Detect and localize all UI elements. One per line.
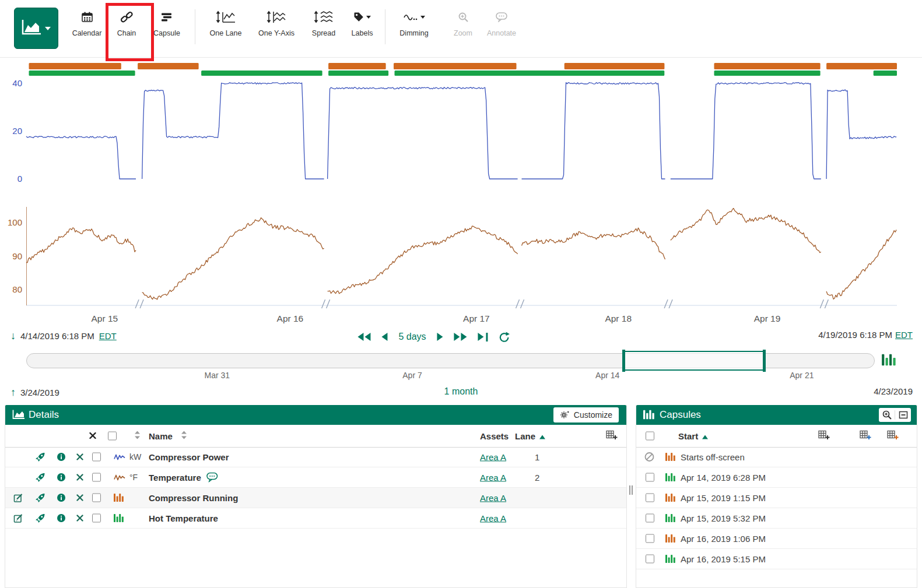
capsule-checkbox[interactable] bbox=[646, 534, 654, 543]
annotate-icon bbox=[496, 7, 508, 27]
one-lane-button[interactable]: One Lane bbox=[204, 7, 247, 50]
rocket-icon[interactable] bbox=[36, 473, 45, 483]
arrow-up-icon: ↑ bbox=[10, 386, 16, 399]
asset-link[interactable]: Area A bbox=[480, 493, 506, 503]
trend-chart[interactable]: 020408090100 bbox=[0, 58, 922, 311]
sort-updown-icon[interactable] bbox=[181, 431, 187, 441]
column-header-lane[interactable]: Lane bbox=[515, 431, 545, 441]
signal-icon bbox=[114, 473, 125, 482]
calendar-button-label: Calendar bbox=[72, 29, 102, 37]
capsule-condition-icon bbox=[665, 555, 675, 564]
row-checkbox[interactable] bbox=[92, 453, 101, 462]
rocket-icon[interactable] bbox=[36, 452, 45, 462]
capsule-row[interactable]: Apr 16, 2019 1:06 PM bbox=[636, 529, 917, 549]
remove-all-icon[interactable] bbox=[89, 431, 96, 441]
investigate-duration[interactable]: 1 month bbox=[444, 386, 478, 397]
selector-left-handle[interactable] bbox=[622, 350, 625, 372]
customize-button[interactable]: Customize bbox=[553, 407, 619, 422]
capsule-row[interactable]: Apr 15, 2019 1:15 PM bbox=[636, 488, 917, 508]
capsule-checkbox[interactable] bbox=[646, 473, 654, 482]
one-y-axis-button-label: One Y-Axis bbox=[258, 29, 295, 37]
sort-updown-icon[interactable] bbox=[135, 431, 140, 441]
details-chart-icon bbox=[12, 410, 25, 422]
investigate-range-row: ↑ 3/24/2019 1 month 4/23/2019 bbox=[0, 386, 922, 402]
info-icon[interactable] bbox=[57, 452, 66, 462]
column-header-start[interactable]: Start bbox=[678, 431, 708, 441]
fast-forward-button[interactable] bbox=[454, 333, 467, 341]
toolbar-divider bbox=[385, 9, 385, 44]
chain-button[interactable]: Chain bbox=[108, 7, 145, 50]
step-backward-button[interactable] bbox=[381, 333, 387, 341]
capsule-row[interactable]: Apr 14, 2019 6:28 PM bbox=[636, 467, 917, 488]
comment-icon[interactable] bbox=[206, 473, 218, 483]
row-checkbox[interactable] bbox=[92, 494, 101, 502]
chevron-down-icon bbox=[420, 16, 425, 19]
timeline-capsule-icon[interactable] bbox=[882, 354, 896, 368]
dimming-button[interactable]: Dimming bbox=[392, 7, 436, 50]
calendar-button[interactable]: Calendar bbox=[68, 7, 106, 50]
add-property-column-icon[interactable] bbox=[887, 430, 899, 442]
dimming-icon bbox=[404, 7, 425, 27]
capsule-condition-icon bbox=[665, 514, 675, 523]
panel-splitter[interactable] bbox=[628, 405, 633, 588]
collapse-panel-button[interactable] bbox=[895, 408, 911, 422]
capsule-row[interactable]: Apr 16, 2019 5:15 PM bbox=[636, 549, 917, 569]
capsule-start-time: Apr 14, 2019 6:28 PM bbox=[681, 473, 766, 483]
rocket-icon[interactable] bbox=[36, 493, 45, 503]
row-checkbox[interactable] bbox=[92, 473, 101, 482]
select-all-capsules-checkbox[interactable] bbox=[646, 432, 654, 441]
refresh-button[interactable] bbox=[499, 332, 510, 343]
capsule-start-time: Starts off-screen bbox=[681, 452, 745, 462]
start-timezone-link[interactable]: EDT bbox=[99, 331, 117, 341]
display-range-selector[interactable] bbox=[623, 351, 765, 371]
capsules-table-header: Start bbox=[636, 425, 917, 448]
customize-button-label: Customize bbox=[574, 410, 612, 420]
spread-button[interactable]: Spread bbox=[306, 7, 342, 50]
asset-link[interactable]: Area A bbox=[480, 452, 506, 462]
zoom-to-capsule-button[interactable] bbox=[879, 408, 895, 422]
labels-button[interactable]: Labels bbox=[344, 7, 380, 50]
add-stat-column-icon[interactable] bbox=[860, 430, 871, 442]
end-timezone-link[interactable]: EDT bbox=[895, 330, 913, 340]
one-y-axis-icon bbox=[267, 7, 286, 27]
details-panel: Details Customize Name Assets Lane kWCom… bbox=[5, 405, 627, 588]
capsules-header: Capsules bbox=[636, 405, 917, 425]
edit-icon[interactable] bbox=[13, 513, 23, 523]
remove-item-icon[interactable] bbox=[76, 515, 83, 522]
capsules-title: Capsules bbox=[660, 409, 701, 421]
asset-link[interactable]: Area A bbox=[480, 473, 506, 483]
select-all-checkbox[interactable] bbox=[108, 432, 117, 441]
zoom-icon bbox=[458, 7, 469, 27]
info-icon[interactable] bbox=[57, 473, 66, 482]
capsule-row[interactable]: Apr 15, 2019 5:32 PM bbox=[636, 508, 917, 529]
details-row: Hot TemperatureArea A bbox=[5, 508, 626, 529]
rocket-icon[interactable] bbox=[36, 513, 45, 523]
remove-item-icon[interactable] bbox=[76, 474, 83, 481]
remove-item-icon[interactable] bbox=[76, 453, 83, 460]
selector-right-handle[interactable] bbox=[763, 350, 766, 372]
remove-item-icon[interactable] bbox=[76, 494, 83, 501]
fast-backward-button[interactable] bbox=[357, 333, 370, 341]
info-icon[interactable] bbox=[57, 493, 66, 502]
capsule-row[interactable]: Starts off-screen bbox=[636, 447, 917, 467]
add-column-icon[interactable] bbox=[818, 430, 830, 442]
investigate-start-date: 3/24/2019 bbox=[20, 388, 59, 397]
one-y-axis-button[interactable]: One Y-Axis bbox=[252, 7, 301, 50]
capsule-checkbox[interactable] bbox=[646, 494, 654, 502]
column-header-name[interactable]: Name bbox=[149, 431, 173, 441]
asset-link[interactable]: Area A bbox=[480, 513, 506, 523]
step-duration-button[interactable]: 5 days bbox=[398, 332, 426, 342]
trend-view-dropdown-button[interactable] bbox=[14, 8, 58, 49]
step-to-end-button[interactable] bbox=[478, 333, 488, 341]
signal-icon bbox=[114, 453, 125, 462]
column-header-assets[interactable]: Assets bbox=[480, 431, 509, 441]
row-checkbox[interactable] bbox=[92, 514, 101, 523]
capsule-button[interactable]: Capsule bbox=[147, 7, 187, 50]
edit-icon[interactable] bbox=[13, 493, 23, 503]
add-column-icon[interactable] bbox=[606, 430, 618, 442]
gear-icon bbox=[560, 410, 570, 420]
step-forward-button[interactable] bbox=[437, 333, 443, 341]
info-icon[interactable] bbox=[57, 513, 66, 523]
capsule-checkbox[interactable] bbox=[646, 555, 654, 564]
capsule-checkbox[interactable] bbox=[646, 514, 654, 523]
